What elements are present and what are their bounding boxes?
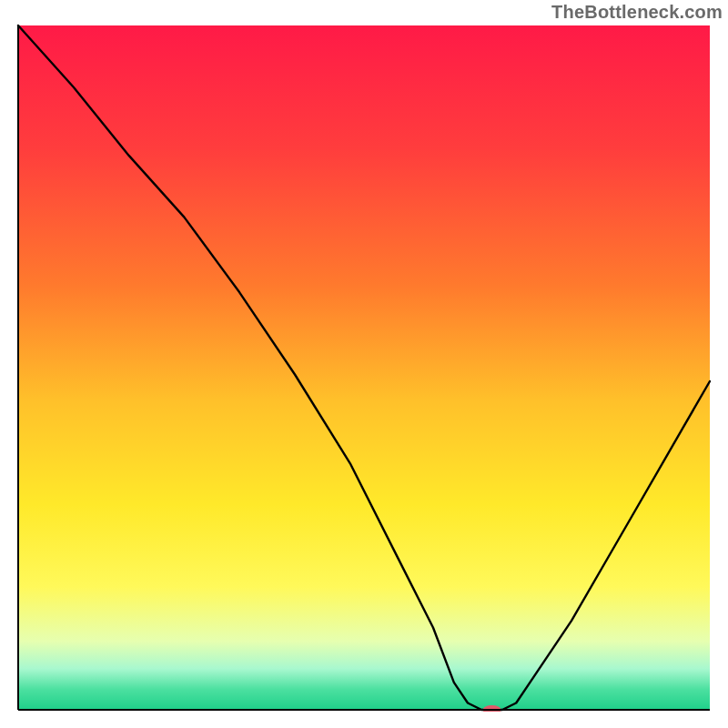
plot-area (16, 24, 712, 712)
chart-svg (16, 24, 712, 712)
watermark-text: TheBottleneck.com (551, 2, 723, 23)
gradient-background (18, 25, 710, 710)
chart-container: TheBottleneck.com (0, 0, 728, 728)
